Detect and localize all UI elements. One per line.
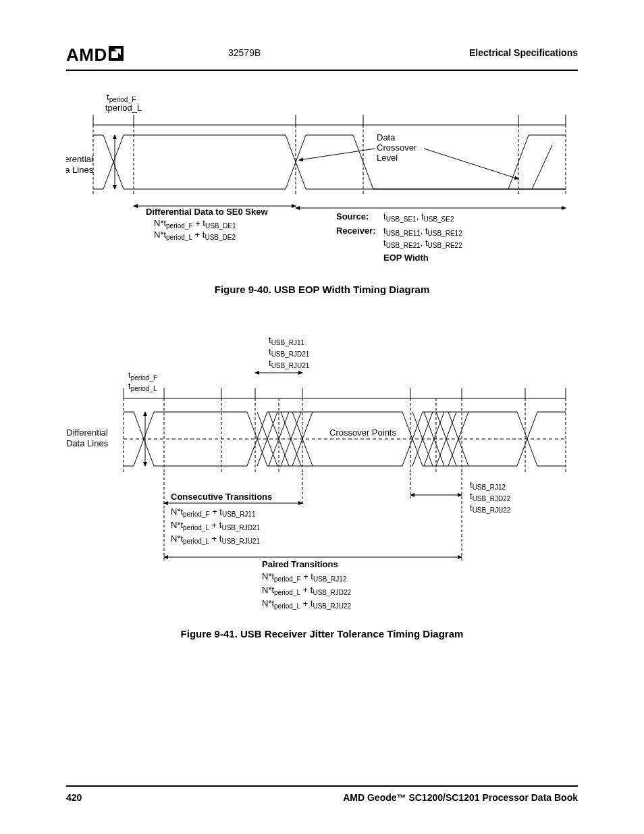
- amd-logo-text: AMD: [66, 45, 107, 65]
- svg-text:tUSB_RE11, tUSB_RE12: tUSB_RE11, tUSB_RE12: [383, 226, 462, 237]
- svg-line-19: [299, 149, 375, 160]
- page-footer: 420 AMD Geode™ SC1200/SC1201 Processor D…: [66, 785, 578, 803]
- svg-text:Crossover Points: Crossover Points: [329, 427, 396, 438]
- svg-text:tUSB_RE21, tUSB_RE22: tUSB_RE21, tUSB_RE22: [383, 238, 462, 249]
- svg-line-18: [424, 149, 518, 179]
- svg-text:N*tperiod_F + tUSB_RJ11: N*tperiod_F + tUSB_RJ11: [171, 506, 256, 518]
- amd-arrow-icon: [109, 45, 124, 66]
- svg-text:tUSB_RJU22: tUSB_RJU22: [470, 502, 511, 514]
- svg-text:DataCrossoverLevel: DataCrossoverLevel: [377, 132, 417, 163]
- figure-9-40: tperiod_F tperiod_L DifferentialData Lin…: [66, 88, 579, 284]
- svg-text:N*tperiod_L + tUSB_RJD22: N*tperiod_L + tUSB_RJD22: [262, 585, 352, 596]
- svg-text:tperiod_L: tperiod_L: [128, 381, 157, 392]
- svg-text:tUSB_RJ11: tUSB_RJ11: [269, 335, 305, 346]
- svg-text:DifferentialData Lines: DifferentialData Lines: [66, 427, 109, 448]
- page-number: 420: [66, 792, 82, 803]
- svg-text:Source:: Source:: [336, 211, 369, 221]
- svg-text:N*tperiod_L + tUSB_RJU22: N*tperiod_L + tUSB_RJU22: [262, 598, 352, 610]
- svg-text:Receiver:: Receiver:: [336, 226, 376, 236]
- figure-9-41: tUSB_RJ11 tUSB_RJD21 tUSB_RJU21 tperiod_…: [66, 331, 586, 621]
- doc-number: 32579B: [228, 47, 261, 58]
- svg-text:N*tperiod_L + tUSB_RJU21: N*tperiod_L + tUSB_RJU21: [171, 533, 261, 545]
- book-title: AMD Geode™ SC1200/SC1201 Processor Data …: [343, 792, 578, 803]
- svg-text:N*tperiod_L + tUSB_RJD21: N*tperiod_L + tUSB_RJD21: [171, 520, 261, 531]
- svg-text:tUSB_RJD22: tUSB_RJD22: [470, 491, 511, 502]
- svg-text:EOP Width: EOP Width: [383, 253, 429, 263]
- svg-text:DifferentialData Lines: DifferentialData Lines: [66, 154, 94, 175]
- svg-text:tperiod_F: tperiod_F: [107, 92, 136, 103]
- figure-9-41-caption: Figure 9-41. USB Receiver Jitter Toleran…: [0, 628, 644, 640]
- svg-text:tUSB_RJU21: tUSB_RJU21: [269, 358, 310, 369]
- svg-text:Differential Data to SE0 Skew: Differential Data to SE0 Skew: [146, 207, 268, 217]
- svg-text:N*tperiod_L + tUSB_DE2: N*tperiod_L + tUSB_DE2: [154, 230, 236, 241]
- svg-text:Consecutive Transitions: Consecutive Transitions: [171, 492, 272, 502]
- figure-9-40-caption: Figure 9-40. USB EOP Width Timing Diagra…: [0, 284, 644, 295]
- svg-text:tUSB_RJD21: tUSB_RJD21: [269, 346, 310, 358]
- svg-text:N*tperiod_F + tUSB_DE1: N*tperiod_F + tUSB_DE1: [154, 218, 236, 230]
- svg-text:N*tperiod_F + tUSB_RJ12: N*tperiod_F + tUSB_RJ12: [262, 571, 347, 583]
- page-header: AMD 32579B Electrical Specifications: [66, 45, 578, 71]
- svg-text:tUSB_SE1, tUSB_SE2: tUSB_SE1, tUSB_SE2: [383, 211, 454, 223]
- amd-logo: AMD: [66, 45, 124, 65]
- svg-text:tperiod_F: tperiod_F: [128, 370, 157, 382]
- svg-text:Paired Transitions: Paired Transitions: [262, 559, 338, 569]
- svg-text:tperiod_L: tperiod_L: [105, 103, 142, 113]
- section-title: Electrical Specifications: [469, 47, 578, 58]
- svg-text:tUSB_RJ12: tUSB_RJ12: [470, 479, 506, 491]
